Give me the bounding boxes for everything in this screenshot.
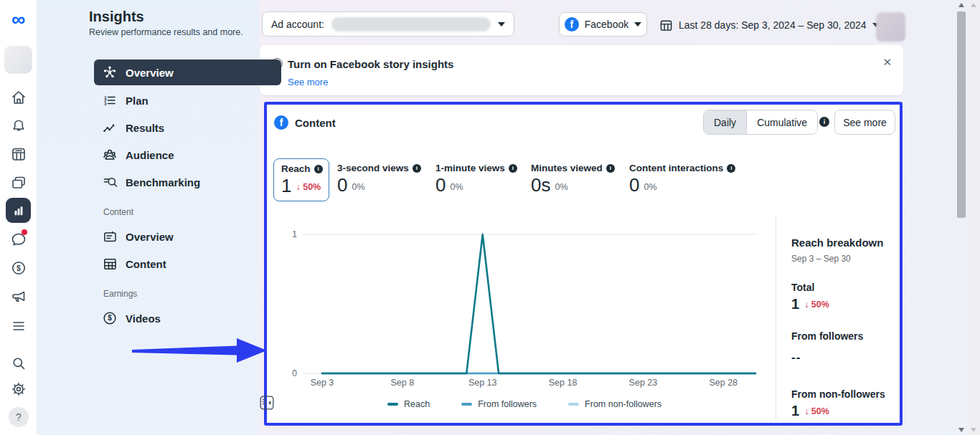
page-title: Insights <box>89 9 144 25</box>
monetization-icon[interactable]: $ <box>10 259 27 277</box>
breakdown-date-range: Sep 3 – Sep 30 <box>791 254 903 264</box>
main-area: Ad account: f Facebook Last 28 days: Sep… <box>259 0 980 435</box>
toggle-daily[interactable]: Daily <box>704 110 747 134</box>
metric-delta: ↓ 50% <box>296 182 321 196</box>
legend-item[interactable]: Reach <box>387 399 430 409</box>
legend-swatch <box>387 403 398 406</box>
sidebar-item-label: Benchmarking <box>126 176 200 188</box>
dollar-circle-icon: $ <box>102 310 118 326</box>
daily-cumulative-toggle: Daily Cumulative <box>703 110 818 135</box>
planner-icon[interactable] <box>10 145 27 163</box>
metric-value: 0 <box>629 175 639 195</box>
info-icon: i <box>727 164 735 173</box>
notification-red-dot <box>22 229 27 235</box>
metric-3-second-views[interactable]: 3-second viewsi 00% <box>337 163 421 195</box>
svg-text:Sep 23: Sep 23 <box>629 378 658 388</box>
svg-text:$: $ <box>108 314 112 322</box>
breakdown-non-followers-value: 1 <box>791 403 799 418</box>
home-icon[interactable] <box>10 89 27 106</box>
svg-text:Sep 3: Sep 3 <box>311 378 334 388</box>
legend-swatch <box>461 403 472 406</box>
meta-logo[interactable]: ∞ <box>0 9 37 30</box>
toggle-cumulative[interactable]: Cumulative <box>747 110 817 134</box>
help-icon[interactable]: ? <box>9 407 29 427</box>
metric-reach[interactable]: Reachi 1↓ 50% <box>273 158 329 201</box>
metric-delta: 0% <box>352 182 364 195</box>
sidebar-item-overview[interactable]: Overview <box>94 59 281 85</box>
scrollbar-thumb[interactable] <box>957 11 966 218</box>
sidebar-item-label: Content <box>126 258 166 270</box>
sidebar-item-label: Videos <box>126 312 161 325</box>
metric-delta: 0% <box>555 182 567 195</box>
legend-item[interactable]: From followers <box>461 399 537 409</box>
sidebar-item-label: Overview <box>126 231 174 243</box>
ad-account-dropdown[interactable]: Ad account: <box>262 11 514 37</box>
profile-avatar[interactable] <box>4 46 32 74</box>
scroll-up-icon[interactable] <box>971 3 976 7</box>
story-insights-banner: i Turn on Facebook story insights See mo… <box>260 45 903 95</box>
ad-account-label: Ad account: <box>271 19 324 30</box>
metric-content-interactions[interactable]: Content interactionsi 00% <box>629 163 735 195</box>
card-header: f Content <box>274 115 336 130</box>
notifications-bell-icon[interactable] <box>10 118 27 135</box>
numbered-list-icon: 123 <box>102 92 118 108</box>
section-label-content: Content <box>94 196 281 223</box>
calendar-icon <box>659 19 673 32</box>
search-icon[interactable] <box>10 355 27 372</box>
channel-dropdown[interactable]: f Facebook <box>559 12 647 37</box>
breakdown-total-value: 1 <box>791 297 799 311</box>
sidebar-item-label: Overview <box>126 67 174 79</box>
more-menu-icon[interactable] <box>10 317 27 335</box>
sidebar-item-results[interactable]: Results <box>94 114 281 141</box>
sidebar-item-content[interactable]: Content <box>94 250 281 277</box>
metric-value: 0 <box>337 175 347 195</box>
metric-1-minute-views[interactable]: 1-minute viewsi 00% <box>435 163 517 195</box>
annotation-arrow <box>129 331 270 370</box>
banner-see-more-link[interactable]: See more <box>288 77 328 87</box>
settings-gear-icon[interactable] <box>10 381 27 398</box>
info-icon: i <box>606 164 615 173</box>
svg-text:Sep 8: Sep 8 <box>391 378 415 388</box>
insights-chart-icon[interactable] <box>6 198 31 223</box>
metric-label: Minutes viewed <box>531 163 603 173</box>
see-more-button[interactable]: See more <box>834 110 895 135</box>
sidebar-item-content-overview[interactable]: Overview <box>94 223 281 250</box>
facebook-icon: f <box>565 17 579 32</box>
svg-text:3: 3 <box>104 102 107 106</box>
reach-line-chart[interactable]: 10Sep 3Sep 8Sep 13Sep 18Sep 23Sep 28 <box>286 223 768 395</box>
scroll-down-icon[interactable] <box>971 428 976 432</box>
content-insights-card: f Content Daily Cumulative i See more Re… <box>264 102 903 426</box>
hub-icon <box>102 64 118 80</box>
posts-icon[interactable] <box>10 174 27 191</box>
metric-value: 0 <box>435 175 446 195</box>
info-icon[interactable]: i <box>819 117 829 127</box>
metric-minutes-viewed[interactable]: Minutes viewedi 0s0% <box>531 163 615 195</box>
sidebar-item-benchmarking[interactable]: Benchmarking <box>94 168 281 196</box>
metric-label: Reach <box>281 163 311 174</box>
scroll-down-icon[interactable] <box>958 428 964 432</box>
legend-item[interactable]: From non-followers <box>568 399 661 409</box>
ads-megaphone-icon[interactable] <box>10 288 27 305</box>
collapse-sidebar-icon[interactable] <box>260 396 274 410</box>
metric-delta: 0% <box>644 182 656 195</box>
date-range-picker[interactable]: Last 28 days: Sep 3, 2024 – Sep 30, 2024 <box>659 15 880 35</box>
scroll-up-icon[interactable] <box>958 3 964 7</box>
card-title: Content <box>295 117 336 129</box>
outer-scrollbar[interactable] <box>968 0 980 435</box>
account-avatar[interactable] <box>876 12 905 42</box>
svg-text:Sep 18: Sep 18 <box>549 378 578 388</box>
chevron-down-icon <box>498 22 505 27</box>
arrow-shape <box>132 338 267 363</box>
sidebar-item-plan[interactable]: 123 Plan <box>94 87 281 114</box>
insights-nav: Overview 123 Plan Results Audience Bench… <box>94 59 281 332</box>
metric-label: 1-minute views <box>435 163 505 173</box>
inner-scrollbar[interactable] <box>956 0 968 435</box>
svg-text:$: $ <box>17 264 21 272</box>
close-icon[interactable]: ✕ <box>882 56 892 69</box>
svg-text:Sep 28: Sep 28 <box>709 378 738 388</box>
info-icon: i <box>314 165 323 173</box>
sidebar-item-audience[interactable]: Audience <box>94 141 281 168</box>
sidebar-item-videos[interactable]: $ Videos <box>94 305 281 332</box>
breakdown-non-followers-delta: ↓ 50% <box>804 406 829 418</box>
breakdown-total-label: Total <box>791 282 903 293</box>
